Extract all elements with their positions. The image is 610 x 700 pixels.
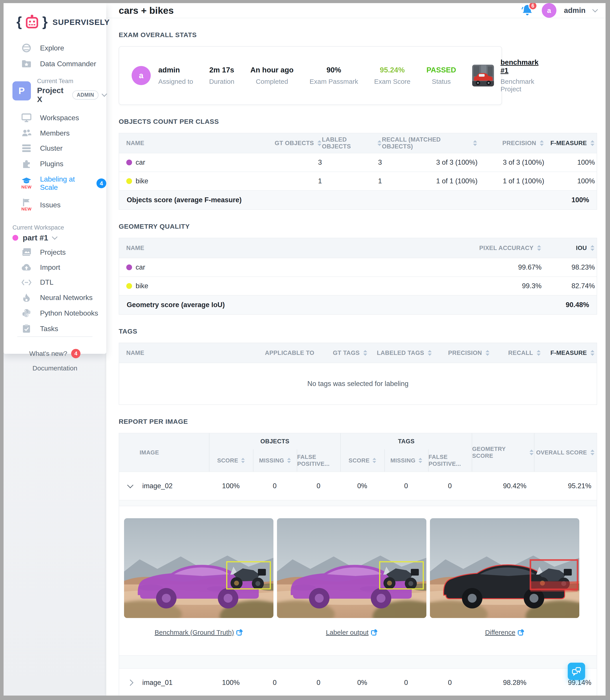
- report-row-image-01[interactable]: image_01 100% 0 0 0% 0 0 98.28% 99.14%: [119, 668, 597, 696]
- documentation-link[interactable]: Documentation: [3, 361, 106, 375]
- folder-star-icon: [21, 59, 32, 68]
- col-header-labeled-tags[interactable]: LABELED TAGS: [368, 349, 432, 356]
- col-header-gt-tags[interactable]: GT TAGS: [314, 349, 368, 356]
- sidebar-item-workspaces[interactable]: Workspaces: [3, 110, 106, 126]
- current-team-label: Current Team: [37, 78, 106, 85]
- report-row-image-02[interactable]: image_02 100% 0 0 0% 0 0 90.42% 95.21%: [119, 472, 597, 500]
- col-header-precision[interactable]: PRECISION: [432, 349, 490, 356]
- flame-icon: [21, 293, 32, 302]
- top-header: cars + bikes 6 a admin: [106, 3, 606, 18]
- class-color-dot: [126, 283, 132, 289]
- logo[interactable]: { } SUPERVISELY: [3, 3, 106, 40]
- assignee-avatar: a: [132, 66, 151, 85]
- sidebar-item-plugins[interactable]: Plugins: [3, 156, 106, 172]
- col-header-f-measure[interactable]: F-MEASURE: [544, 140, 597, 147]
- labeler-output-image[interactable]: [277, 518, 427, 618]
- stat-completed: An hour ago Completed: [250, 66, 293, 85]
- image-comparison-gallery: Benchmark (Ground Truth): [119, 506, 597, 641]
- benchmark-link[interactable]: benchmark #1: [501, 58, 539, 75]
- col-header-applicable-to: APPLICABLE TO: [250, 349, 314, 356]
- col-header-labeled-objects[interactable]: LABLED OBJECTS: [322, 136, 382, 150]
- current-workspace[interactable]: Current Workspace part #1: [3, 215, 106, 244]
- stat-assigned-to: admin Assigned to: [158, 66, 193, 85]
- col-header-name: NAME: [119, 349, 250, 356]
- sidebar-item-projects[interactable]: Projects: [3, 244, 106, 260]
- sort-icon: [536, 349, 541, 356]
- sidebar-footer: What's new? 4 Documentation: [3, 337, 106, 388]
- col-header-geometry-score[interactable]: GEOMETRY SCORE: [472, 433, 534, 472]
- sort-icon: [472, 140, 478, 146]
- sidebar-item-issues[interactable]: NEW Issues: [3, 195, 106, 215]
- class-color-dot: [126, 264, 132, 270]
- objects-count-table: NAME GT OBJECTS LABLED OBJECTS RECALL (M…: [119, 133, 597, 210]
- col-header-gt-objects[interactable]: GT OBJECTS: [271, 140, 322, 147]
- sidebar-item-label: Plugins: [40, 160, 63, 168]
- sidebar-item-members[interactable]: Members: [3, 126, 106, 141]
- gallery-caption: Labeler output: [277, 629, 427, 636]
- sidebar-item-label: Workspaces: [40, 114, 79, 122]
- whats-new-link[interactable]: What's new? 4: [3, 346, 106, 361]
- col-header-recall[interactable]: RECALL (MATCHED OBJECTS): [382, 136, 478, 150]
- sidebar-item-data-commander[interactable]: Data Commander: [3, 56, 106, 71]
- labeler-output-link[interactable]: Labeler output: [326, 629, 378, 636]
- sidebar-item-python-notebooks[interactable]: Python Notebooks: [3, 305, 106, 321]
- flag-icon: NEW: [21, 198, 32, 212]
- team-avatar: P: [13, 81, 31, 100]
- tags-table: NAME APPLICABLE TO GT TAGS LABELED TAGS …: [119, 343, 597, 405]
- notifications-button[interactable]: 6: [521, 4, 534, 17]
- collapse-chevron-icon[interactable]: [127, 482, 133, 488]
- ground-truth-link[interactable]: Benchmark (Ground Truth): [155, 629, 243, 636]
- col-header-f-measure[interactable]: F-MEASURE: [541, 349, 597, 356]
- sidebar-item-tasks[interactable]: Tasks: [3, 321, 106, 337]
- user-name: admin: [564, 6, 585, 15]
- gallery-item-labeler-output: Labeler output: [277, 518, 427, 641]
- python-icon: [21, 309, 32, 318]
- sidebar-item-label: Projects: [40, 248, 66, 257]
- col-header-tags-missing[interactable]: MISSING: [384, 449, 428, 472]
- col-header-tags-false-positive[interactable]: FALSE POSITIVE...: [428, 449, 472, 472]
- ground-truth-image[interactable]: [124, 518, 273, 618]
- sort-icon: [427, 349, 432, 356]
- geometry-quality-table: NAME PIXEL ACCURACY IOU car 99.67% 98.23…: [119, 238, 597, 315]
- chevron-down-icon[interactable]: [592, 7, 598, 12]
- section-title-report-per-image: REPORT PER IMAGE: [119, 418, 597, 425]
- class-color-dot: [126, 178, 132, 184]
- col-header-objects-score[interactable]: SCORE: [209, 449, 253, 472]
- col-header-overall-score[interactable]: OVERALL SCORE: [534, 433, 597, 472]
- sidebar-item-import[interactable]: Import: [3, 260, 106, 275]
- sort-icon: [529, 449, 534, 456]
- col-header-tags-score[interactable]: SCORE: [341, 449, 384, 472]
- col-header-objects-missing[interactable]: MISSING: [253, 449, 296, 472]
- difference-link[interactable]: Difference: [485, 629, 524, 636]
- sidebar-item-label: Neural Networks: [40, 294, 93, 302]
- col-header-pixel-accuracy[interactable]: PIXEL ACCURACY: [457, 245, 542, 251]
- sidebar-item-neural-networks[interactable]: Neural Networks: [3, 290, 106, 305]
- expand-chevron-icon[interactable]: [127, 680, 133, 686]
- sidebar-item-labeling-at-scale[interactable]: NEW Labeling at Scale 4: [3, 172, 106, 195]
- col-header-objects-false-positive[interactable]: FALSE POSITIVE...: [297, 449, 340, 472]
- sort-icon: [372, 457, 376, 463]
- table-row-car: car 99.67% 98.23%: [119, 258, 597, 276]
- user-avatar[interactable]: a: [542, 3, 557, 18]
- sort-icon: [590, 245, 595, 251]
- sidebar-item-dtl[interactable]: DTL: [3, 275, 106, 290]
- col-header-iou[interactable]: IOU: [542, 245, 597, 251]
- difference-image[interactable]: [430, 518, 579, 618]
- current-team[interactable]: P Current Team Project X ADMIN: [3, 71, 106, 110]
- benchmark-thumbnail[interactable]: [472, 65, 494, 86]
- sidebar-item-explore[interactable]: Explore: [3, 40, 106, 56]
- geometry-score-row: Geometry score (average IoU) 90.48%: [119, 295, 597, 314]
- chevron-down-icon[interactable]: [52, 234, 57, 240]
- labeling-count-badge: 4: [96, 178, 106, 188]
- stat-status: PASSED Status: [427, 66, 456, 85]
- sidebar-item-cluster[interactable]: Cluster: [3, 141, 106, 156]
- sidebar-item-label: Members: [40, 129, 69, 137]
- col-header-recall[interactable]: RECALL: [490, 349, 541, 356]
- team-name: Project X: [37, 86, 68, 104]
- divider: [119, 500, 597, 506]
- chat-support-button[interactable]: [568, 663, 585, 680]
- section-title-geometry-quality: GEOMETRY QUALITY: [119, 223, 597, 230]
- puzzle-icon: [21, 159, 32, 168]
- code-brackets-icon: [21, 279, 32, 286]
- col-header-precision[interactable]: PRECISION: [478, 140, 544, 147]
